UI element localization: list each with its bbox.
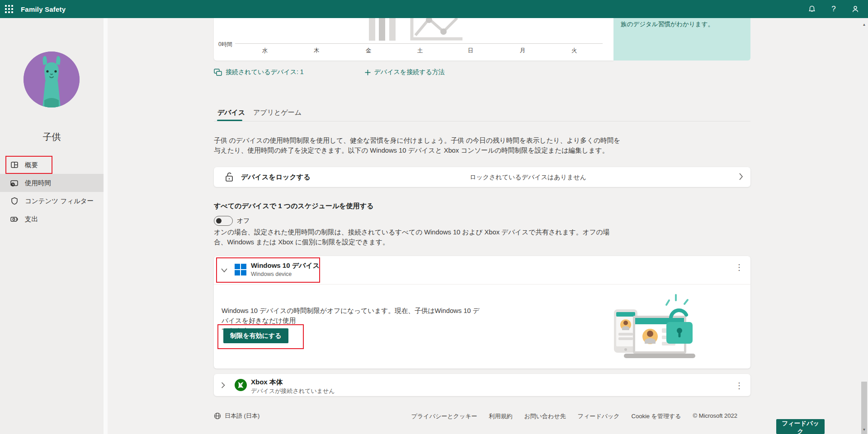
tab-apps-and-games[interactable]: アプリとゲーム [253,108,302,117]
account-icon[interactable] [851,5,860,14]
more-options-icon[interactable]: ⋮ [735,381,743,391]
more-options-icon[interactable]: ⋮ [735,262,743,272]
sidebar-item-label: 支出 [25,215,38,224]
footer: 日本語 (日本) プライバシーとクッキー 利用規約 お問い合わせ先 フィードバッ… [214,411,750,422]
xbox-device-card[interactable]: Xbox 本体 デバイスが接続されていません ⋮ [214,374,750,396]
screen-time-chart-card [214,18,613,61]
feedback-button[interactable]: フィードバック [776,419,825,434]
plus-icon [365,70,371,75]
footer-link-feedback[interactable]: フィードバック [578,412,620,420]
xbox-card-title: Xbox 本体 [251,378,283,387]
spending-icon [10,215,19,224]
sidebar-item-label: 概要 [25,161,38,169]
xbox-card-subtitle: デバイスが接続されていません [251,387,335,395]
app-title: Family Safety [21,5,66,13]
connected-devices-link[interactable]: 接続されているデバイス: 1 [226,68,304,76]
chart-day-label: 日 [468,47,474,55]
lock-devices-status: ロックされているデバイスはありません [214,173,842,182]
windows-device-card: Windows 10 デバイス Windows device ⋮ Windows… [214,256,750,369]
windows-limits-line-1: Windows 10 デバイスの時間制限がオフになっています。現在、子供はWin… [222,306,484,326]
shield-icon [10,197,19,205]
footer-link-contact[interactable]: お問い合わせ先 [524,412,566,420]
footer-link-manage-cookies[interactable]: Cookie を管理する [632,412,681,420]
lock-devices-card[interactable]: デバイスをロックする ロックされているデバイスはありません [214,167,750,187]
footer-link-terms[interactable]: 利用規約 [489,412,513,420]
family-safety-app: Family Safety ? [0,0,868,434]
schedule-heading: すべてのデバイスで 1 つのスケジュールを使用する [214,202,373,210]
scroll-down-arrow[interactable]: ▼ [860,426,868,433]
chart-day-label: 火 [571,47,577,55]
schedule-description: オンの場合、設定された使用時間の制限は、接続されているすべての Windows … [214,227,609,247]
sidebar: 子供 概要 [0,18,104,434]
line-chart-illustration-icon [409,18,465,42]
schedule-toggle[interactable] [214,216,233,226]
windows-card-title: Windows 10 デバイス [251,261,320,270]
notifications-bell-icon[interactable] [807,5,816,14]
connect-device-link[interactable]: デバイスを接続する方法 [374,68,445,76]
toggle-knob [216,218,222,224]
profile-name: 子供 [0,131,104,143]
intro-line-1: 子供 のデバイスの使用時間制限を使用して、健全な習慣を身に付けましょう。子供 の… [214,135,620,145]
enable-limits-button[interactable]: 制限を有効にする [223,328,288,343]
schedule-desc-line-1: オンの場合、設定された使用時間の制限は、接続されているすべての Windows … [214,227,609,237]
tabs-divider [214,121,750,121]
help-icon[interactable]: ? [829,5,838,14]
chart-ytick-zero-hours: 0時間 [218,41,232,48]
chevron-down-icon[interactable] [221,266,227,274]
language-selector[interactable]: 日本語 (日本) [214,412,259,420]
card-divider [214,284,750,285]
sidebar-item-overview[interactable]: 概要 [0,156,104,174]
devices-lock-illustration [611,292,697,363]
app-launcher-button[interactable] [0,0,18,18]
chevron-right-icon[interactable] [221,382,225,390]
footer-link-privacy[interactable]: プライバシーとクッキー [411,412,477,420]
language-label: 日本語 (日本) [225,412,259,420]
toggle-state-label: オフ [237,217,250,225]
apps-grid-icon [5,5,13,13]
schedule-desc-line-2: 合、Windows または Xbox に個別に制限を設定できます。 [214,237,609,247]
sidebar-item-content-filters[interactable]: コンテンツ フィルター [0,192,104,210]
vertical-scrollbar[interactable]: ▲ ▼ [860,18,868,434]
sidebar-item-label: 使用時間 [25,179,51,187]
globe-icon [214,412,221,420]
tab-devices[interactable]: デバイス [217,108,245,117]
windows-card-subtitle: Windows device [251,271,292,277]
top-app-bar: Family Safety ? [0,0,868,18]
footer-copyright: © Microsoft 2022 [693,412,737,420]
sidebar-item-screen-time[interactable]: 使用時間 [0,174,104,192]
chart-x-axis [235,43,603,44]
promo-text: 族のデジタル習慣がわかります。 [621,20,747,28]
chart-day-label: 月 [520,47,526,55]
scroll-up-arrow[interactable]: ▲ [860,21,868,28]
sidebar-item-spending[interactable]: 支出 [0,210,104,228]
intro-line-2: 与えたり、使用時間の終了を決定できます。以下の Windows 10 デバイスと… [214,145,620,155]
sidebar-scroll-gutter [104,18,108,434]
sidebar-item-label: コンテンツ フィルター [25,197,94,205]
profile-avatar [24,51,80,107]
intro-paragraph: 子供 のデバイスの使用時間制限を使用して、健全な習慣を身に付けましょう。子供 の… [214,135,620,155]
chart-day-label: 木 [314,47,320,55]
xbox-logo-icon [235,379,246,391]
screen-time-icon [10,179,19,187]
chevron-right-icon[interactable] [739,173,743,182]
chart-day-label: 土 [417,47,423,55]
connected-devices-row: 接続されているデバイス: 1 デバイスを接続する方法 [214,68,445,77]
chart-day-label: 金 [366,47,372,55]
overview-icon [10,161,19,169]
windows-logo-icon [235,264,246,275]
chart-day-label: 水 [262,47,268,55]
sidebar-nav: 概要 使用時間 コンテンツ フィルター [0,156,104,228]
bar-chart-illustration-icon [369,18,396,41]
promo-panel: 族のデジタル習慣がわかります。 [613,18,750,61]
devices-icon [214,69,222,76]
